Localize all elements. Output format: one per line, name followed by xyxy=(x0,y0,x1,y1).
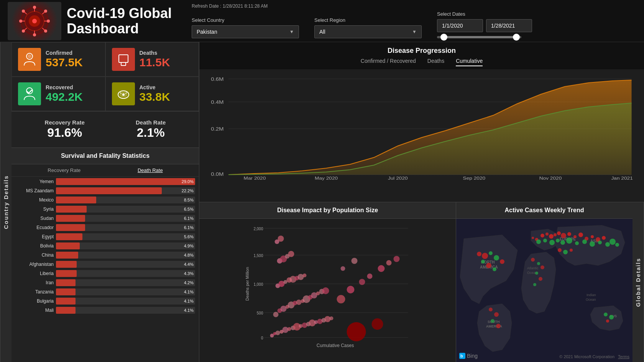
svg-text:Cumulative Cases: Cumulative Cases xyxy=(317,343,354,348)
date-start-input[interactable]: 1/1/2020 xyxy=(437,19,483,32)
tab-cumulative[interactable]: Cumulative xyxy=(456,58,483,66)
bar-item: Iran 4.2% xyxy=(15,279,195,286)
svg-point-129 xyxy=(549,234,554,239)
bar-track: 4.8% xyxy=(56,252,195,259)
bar-track: 4.3% xyxy=(56,270,195,277)
svg-text:0.0M: 0.0M xyxy=(211,172,223,177)
death-rate-label: Death Rate xyxy=(136,119,166,126)
scatter-title: Disease Impact by Population Size xyxy=(199,202,456,219)
svg-point-164 xyxy=(537,262,540,265)
svg-point-114 xyxy=(352,258,358,264)
bar-track: 5.6% xyxy=(56,233,195,240)
confirmed-info: Confirmed 537.5K xyxy=(46,50,83,69)
bar-country-label: Tanzania xyxy=(15,289,54,295)
bar-value: 4.8% xyxy=(184,252,194,259)
svg-point-3 xyxy=(32,19,37,23)
svg-text:Jan 2021: Jan 2021 xyxy=(611,176,633,180)
bar-fill xyxy=(56,242,80,249)
svg-text:2,000: 2,000 xyxy=(253,227,263,231)
svg-point-168 xyxy=(533,283,536,286)
svg-point-112 xyxy=(337,295,345,303)
recovery-rate: Recovery Rate 91.6% xyxy=(45,119,85,140)
svg-text:500: 500 xyxy=(257,311,263,315)
bar-track: 4.1% xyxy=(56,307,195,314)
svg-point-174 xyxy=(563,250,568,254)
deaths-info: Deaths 11.5K xyxy=(140,50,170,69)
global-details-label: Global Details xyxy=(632,202,644,362)
svg-point-159 xyxy=(500,259,504,264)
svg-point-106 xyxy=(347,286,355,293)
bar-value: 22.2% xyxy=(182,187,194,194)
logo-area: Covid-19 Global Dashboard xyxy=(8,2,184,40)
svg-text:1,500: 1,500 xyxy=(253,254,263,258)
active-info: Active 33.8K xyxy=(140,84,170,103)
death-rate: Death Rate 2.1% xyxy=(136,119,166,140)
svg-point-160 xyxy=(481,260,485,264)
svg-point-154 xyxy=(615,243,619,247)
svg-point-152 xyxy=(605,242,610,247)
svg-point-13 xyxy=(33,33,36,36)
svg-point-151 xyxy=(598,241,602,244)
slider-thumb-left[interactable] xyxy=(440,34,447,41)
bar-value: 4.9% xyxy=(184,242,194,249)
svg-point-144 xyxy=(549,240,555,245)
svg-point-176 xyxy=(604,313,608,316)
bar-item: Bulgaria 4.1% xyxy=(15,298,195,305)
country-label: Select Country xyxy=(192,17,299,23)
date-range: 1/1/2020 1/28/2021 xyxy=(437,19,532,32)
bar-item: Ecuador 6.1% xyxy=(15,224,195,231)
svg-point-158 xyxy=(494,255,499,260)
svg-point-104 xyxy=(347,322,366,341)
bar-fill xyxy=(56,206,87,213)
svg-point-143 xyxy=(543,239,547,242)
tab-recovery-rate[interactable]: Recovery Rate xyxy=(48,167,80,173)
confirmed-card: Confirmed 537.5K xyxy=(12,42,105,77)
terms-link[interactable]: Terms xyxy=(618,354,629,359)
svg-point-175 xyxy=(570,249,573,252)
bar-track: 22.2% xyxy=(56,187,195,194)
deaths-value: 11.5K xyxy=(140,56,170,69)
svg-point-128 xyxy=(545,233,549,236)
date-slider-container xyxy=(437,36,532,38)
country-dropdown[interactable]: Pakistan ▼ xyxy=(192,25,299,38)
svg-point-169 xyxy=(489,308,493,311)
bar-track: 4.1% xyxy=(56,288,195,295)
bar-country-label: Mexico xyxy=(15,197,54,203)
svg-point-32 xyxy=(122,93,125,96)
tab-deaths[interactable]: Deaths xyxy=(427,58,444,66)
bar-country-label: Egypt xyxy=(15,234,54,239)
svg-point-111 xyxy=(394,256,400,262)
date-slider[interactable] xyxy=(437,36,521,38)
country-selector: Select Country Pakistan ▼ xyxy=(192,17,299,38)
svg-point-165 xyxy=(540,265,544,269)
tab-confirmed-recovered[interactable]: Confirmed / Recovered xyxy=(361,58,416,66)
bar-fill xyxy=(56,187,162,194)
svg-point-139 xyxy=(602,236,606,240)
svg-point-101 xyxy=(288,251,294,257)
svg-point-19 xyxy=(22,29,25,33)
date-end-input[interactable]: 1/28/2021 xyxy=(486,19,532,32)
dashboard-title: Covid-19 Global Dashboard xyxy=(67,6,172,36)
bar-fill xyxy=(56,197,96,203)
svg-point-145 xyxy=(556,239,560,242)
slider-thumb-right[interactable] xyxy=(513,34,520,41)
bar-fill xyxy=(56,279,76,286)
map-chart: NORTH AMERICA EUROPE ASIA Atlantic Ocean… xyxy=(456,219,632,362)
map-panel: Active Cases Weekly Trend xyxy=(456,202,632,362)
region-dropdown[interactable]: All ▼ xyxy=(314,25,422,38)
active-label: Active xyxy=(140,84,170,90)
svg-point-134 xyxy=(573,235,577,238)
bar-item: Tanzania 4.1% xyxy=(15,288,195,295)
main-layout: Country Details Confirmed 537.5K xyxy=(0,42,644,362)
tab-death-rate[interactable]: Death Rate xyxy=(138,167,163,173)
bar-value: 4.1% xyxy=(184,288,194,295)
bar-item: Mexico 8.5% xyxy=(15,197,195,203)
svg-point-142 xyxy=(536,239,541,244)
recovered-card: Recovered 492.2K xyxy=(12,77,105,111)
bar-item: Syria 6.5% xyxy=(15,206,195,213)
svg-point-89 xyxy=(322,287,329,294)
active-value: 33.8K xyxy=(140,90,170,103)
date-selector: Select Dates 1/1/2020 1/28/2021 xyxy=(437,11,532,38)
svg-point-113 xyxy=(341,266,345,271)
svg-point-107 xyxy=(359,279,365,285)
